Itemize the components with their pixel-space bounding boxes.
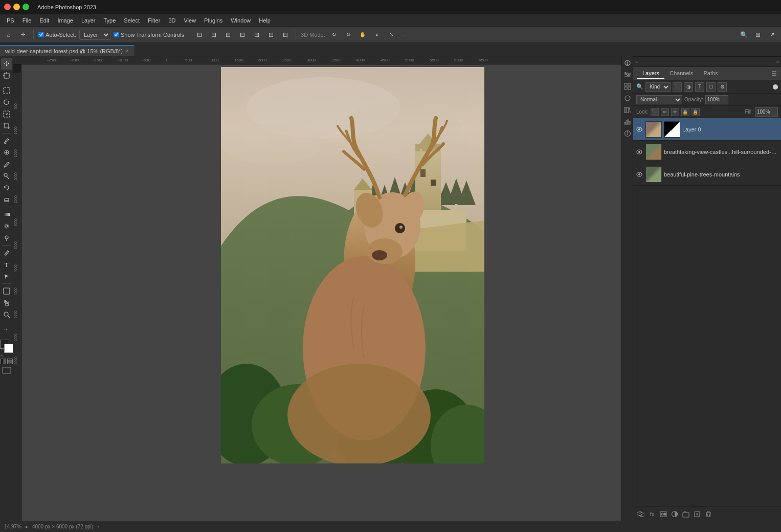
properties-icon[interactable] <box>623 58 632 68</box>
document-canvas[interactable] <box>221 67 484 463</box>
filter-smart-btn[interactable]: ⚙ <box>718 82 727 92</box>
menu-image[interactable]: Image <box>54 16 77 25</box>
clone-stamp-tool[interactable] <box>1 170 12 182</box>
add-mask-btn[interactable] <box>659 509 668 519</box>
show-transform-checkbox[interactable]: Show Transform Controls <box>114 32 184 38</box>
tab-paths[interactable]: Paths <box>699 68 723 79</box>
workspace-icon[interactable]: ⊞ <box>752 29 764 40</box>
menu-type[interactable]: Type <box>100 16 120 25</box>
menu-edit[interactable]: Edit <box>36 16 53 25</box>
auto-select-check[interactable] <box>38 32 44 37</box>
lock-artboard-btn[interactable]: 🔒 <box>681 108 689 116</box>
eraser-tool[interactable] <box>1 194 12 205</box>
artboard-tool[interactable] <box>1 70 12 81</box>
background-color[interactable] <box>4 344 13 353</box>
menu-plugins[interactable]: Plugins <box>200 16 226 25</box>
filter-type-btn[interactable]: T <box>695 82 704 92</box>
more-tools[interactable]: ··· <box>1 324 12 335</box>
auto-select-dropdown[interactable]: Layer Group <box>79 30 110 40</box>
rectangular-marquee-tool[interactable] <box>1 85 12 96</box>
menu-help[interactable]: Help <box>255 16 274 25</box>
doc-tab-active[interactable]: wild-deer-captured-forest.psd @ 15% (RGB… <box>0 45 135 56</box>
tab-channels[interactable]: Channels <box>664 68 698 79</box>
lock-draw-btn[interactable]: ✏ <box>661 108 669 116</box>
screen-mode-btn[interactable] <box>2 367 11 375</box>
layer-2-visibility-toggle[interactable] <box>635 170 643 179</box>
filter-toggle-dot[interactable] <box>773 84 778 90</box>
3d-slide-icon[interactable]: ⬧ <box>371 29 383 40</box>
zoom-tool[interactable] <box>1 309 12 320</box>
panel-collapse-left-btn[interactable]: « <box>635 59 638 64</box>
filter-pixel-btn[interactable]: ⬛ <box>673 82 682 92</box>
filter-shape-btn[interactable]: ⬡ <box>706 82 716 92</box>
histogram-icon[interactable] <box>623 117 632 126</box>
align-bottom-icon[interactable]: ⊟ <box>265 29 277 40</box>
share-icon[interactable]: ↗ <box>767 29 778 40</box>
eyedropper-tool[interactable] <box>1 135 12 146</box>
object-selection-tool[interactable] <box>1 108 12 120</box>
3d-pan-icon[interactable]: ✋ <box>357 29 368 40</box>
layer-0-visibility-toggle[interactable] <box>635 125 643 134</box>
menu-layer[interactable]: Layer <box>78 16 99 25</box>
align-middle-icon[interactable]: ⊟ <box>251 29 262 40</box>
layer-item-1[interactable]: breathtaking-view-castles...hill-surroun… <box>633 141 781 163</box>
menu-ps[interactable]: PS <box>3 16 18 25</box>
menu-window[interactable]: Window <box>227 16 254 25</box>
menu-file[interactable]: File <box>19 16 35 25</box>
reset-colors[interactable]: ⎋ <box>1 353 3 358</box>
menu-select[interactable]: Select <box>120 16 143 25</box>
layer-item-2[interactable]: beautiful-pine-trees-mountains <box>633 163 781 186</box>
heal-brush-tool[interactable] <box>1 147 12 158</box>
blend-mode-dropdown[interactable]: Normal <box>636 95 682 104</box>
menu-filter[interactable]: Filter <box>144 16 164 25</box>
create-new-layer-btn[interactable] <box>693 509 702 519</box>
blur-tool[interactable] <box>1 220 12 232</box>
pen-tool[interactable] <box>1 247 12 258</box>
path-selection-tool[interactable] <box>1 271 12 282</box>
maximize-button[interactable] <box>23 4 29 10</box>
move-tool-options-icon[interactable]: ✛ <box>17 29 29 40</box>
type-tool[interactable]: T <box>1 259 12 270</box>
info-icon[interactable] <box>623 129 632 138</box>
layer-0-mask-thumbnail[interactable] <box>664 121 680 138</box>
align-center-h-icon[interactable]: ⊟ <box>208 29 219 40</box>
filter-kind-dropdown[interactable]: Kind <box>645 82 671 92</box>
align-left-icon[interactable]: ⊟ <box>194 29 205 40</box>
align-right-icon[interactable]: ⊟ <box>222 29 234 40</box>
distribute-h-icon[interactable]: ⊟ <box>280 29 291 40</box>
delete-layer-btn[interactable] <box>704 509 713 519</box>
crop-tool[interactable] <box>1 120 12 131</box>
tab-layers[interactable]: Layers <box>637 68 664 79</box>
gradient-tool[interactable] <box>1 209 12 220</box>
auto-select-checkbox[interactable]: Auto-Select: <box>38 32 76 38</box>
brush-tool[interactable] <box>1 159 12 170</box>
create-group-btn[interactable] <box>681 509 690 519</box>
layer-item-0[interactable]: Layer 0 <box>633 118 781 141</box>
color-swatches[interactable]: ⎋ <box>0 340 13 356</box>
panel-close-btn[interactable]: × <box>776 59 779 64</box>
home-icon[interactable]: ⌂ <box>3 29 14 40</box>
filter-adjustment-btn[interactable]: ◑ <box>684 82 693 92</box>
patterns-icon[interactable] <box>623 82 632 91</box>
show-transform-check[interactable] <box>114 32 119 37</box>
align-top-icon[interactable]: ⊟ <box>237 29 248 40</box>
minimize-button[interactable] <box>13 4 20 10</box>
opacity-input[interactable] <box>705 95 728 104</box>
lasso-tool[interactable] <box>1 97 12 108</box>
canvas-working-area[interactable] <box>21 64 621 521</box>
search-icon-header[interactable]: 🔍 <box>738 29 749 40</box>
lock-all-btn[interactable]: 🔒 <box>691 108 700 116</box>
lock-pixels-btn[interactable]: ⬛ <box>651 108 659 116</box>
menu-view[interactable]: View <box>180 16 199 25</box>
lock-position-btn[interactable]: ✛ <box>671 108 679 116</box>
dodge-tool[interactable] <box>1 232 12 243</box>
layers-panel-menu-btn[interactable]: ☰ <box>771 70 777 77</box>
menu-3d[interactable]: 3D <box>165 16 179 25</box>
link-layers-btn[interactable] <box>636 509 645 519</box>
status-arrow[interactable]: › <box>97 524 99 529</box>
doc-tab-close-button[interactable]: × <box>126 48 129 54</box>
fill-input[interactable] <box>755 107 778 117</box>
layer-1-visibility-toggle[interactable] <box>635 148 643 156</box>
add-layer-style-btn[interactable]: fx <box>648 509 657 519</box>
add-adjustment-btn[interactable] <box>670 509 679 519</box>
